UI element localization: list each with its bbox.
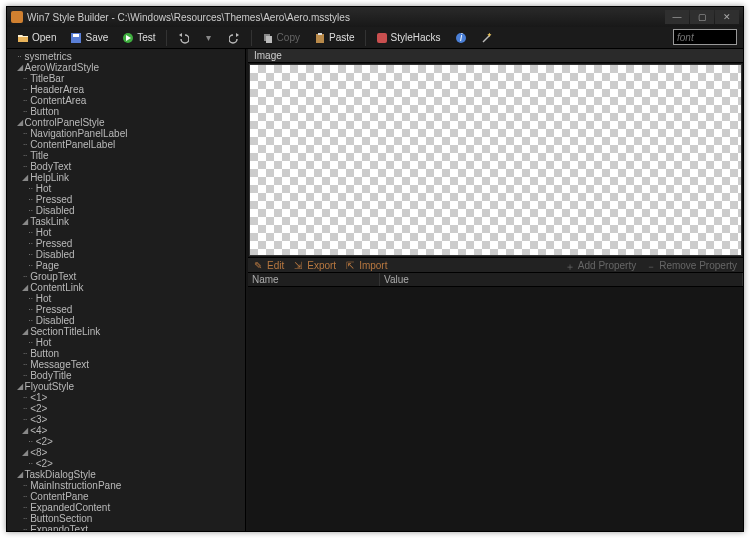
tree-node[interactable]: ··ContentArea	[9, 95, 245, 106]
import-button[interactable]: ⇱ Import	[342, 259, 391, 272]
svg-line-10	[483, 35, 490, 42]
tree-node[interactable]: ··<2>	[9, 458, 245, 469]
undo-dropdown[interactable]: ▾	[197, 30, 221, 46]
minimize-button[interactable]: —	[665, 10, 689, 24]
save-button[interactable]: Save	[64, 30, 114, 46]
tree-node[interactable]: ··GroupText	[9, 271, 245, 282]
svg-rect-1	[73, 34, 79, 37]
tree-node[interactable]: ··Page	[9, 260, 245, 271]
tree-node[interactable]: ◢TaskDialogStyle	[9, 469, 245, 480]
tree-node[interactable]: ··Hot	[9, 227, 245, 238]
search-input[interactable]	[677, 32, 733, 43]
add-property-button[interactable]: ＋ Add Property	[561, 259, 640, 272]
property-toolbar: ✎ Edit ⇲ Export ⇱ Import ＋ Add Property	[248, 257, 743, 273]
tree-node[interactable]: ··Button	[9, 348, 245, 359]
svg-rect-7	[377, 33, 387, 43]
tree-node[interactable]: ··Disabled	[9, 249, 245, 260]
tree-node[interactable]: ◢AeroWizardStyle	[9, 62, 245, 73]
plus-icon: ＋	[565, 260, 575, 270]
tree-node[interactable]: ◢SectionTitleLink	[9, 326, 245, 337]
tree-node[interactable]: ◢TaskLink	[9, 216, 245, 227]
copy-button[interactable]: Copy	[256, 30, 306, 46]
edit-icon: ✎	[254, 260, 264, 270]
app-window: Win7 Style Builder - C:\Windows\Resource…	[6, 6, 744, 532]
paste-button[interactable]: Paste	[308, 30, 361, 46]
redo-button[interactable]	[223, 30, 247, 46]
tree-node[interactable]: ··ContentPanelLabel	[9, 139, 245, 150]
tree-node[interactable]: ··Pressed	[9, 304, 245, 315]
wand-button[interactable]	[475, 30, 499, 46]
title-bar[interactable]: Win7 Style Builder - C:\Windows\Resource…	[7, 7, 743, 27]
svg-rect-5	[316, 34, 324, 43]
remove-property-button[interactable]: － Remove Property	[642, 259, 741, 272]
tree-node[interactable]: ··Pressed	[9, 238, 245, 249]
tree-node[interactable]: ··TitleBar	[9, 73, 245, 84]
paste-icon	[314, 32, 326, 44]
save-icon	[70, 32, 82, 44]
tree-node[interactable]: ··Hot	[9, 183, 245, 194]
tree-node[interactable]: ··<3>	[9, 414, 245, 425]
minus-icon: －	[646, 260, 656, 270]
tree-node[interactable]: ··ExpandoText	[9, 524, 245, 531]
tree-node[interactable]: ··Title	[9, 150, 245, 161]
tree-node[interactable]: ◢ControlPanelStyle	[9, 117, 245, 128]
tree-node[interactable]: ··<2>	[9, 403, 245, 414]
tree-node[interactable]: ··NavigationPanelLabel	[9, 128, 245, 139]
export-icon: ⇲	[294, 260, 304, 270]
style-tree[interactable]: ··sysmetrics ◢AeroWizardStyle ··TitleBar…	[7, 49, 245, 531]
magic-wand-icon	[481, 32, 493, 44]
redo-icon	[229, 32, 241, 44]
test-button[interactable]: Test	[116, 30, 161, 46]
property-grid-body[interactable]	[248, 287, 743, 531]
tree-node[interactable]: ··MessageText	[9, 359, 245, 370]
chevron-down-icon: ▾	[203, 32, 215, 44]
undo-icon	[177, 32, 189, 44]
app-icon	[11, 11, 23, 23]
info-button[interactable]: i	[449, 30, 473, 46]
tree-node[interactable]: ··Disabled	[9, 205, 245, 216]
tree-node[interactable]: ··sysmetrics	[9, 51, 245, 62]
tree-connector: ··	[20, 524, 30, 532]
tree-node[interactable]: ··<1>	[9, 392, 245, 403]
play-icon	[122, 32, 134, 44]
copy-icon	[262, 32, 274, 44]
column-name[interactable]: Name	[248, 273, 380, 286]
folder-open-icon	[17, 32, 29, 44]
undo-button[interactable]	[171, 30, 195, 46]
tree-node[interactable]: ··BodyTitle	[9, 370, 245, 381]
image-preview[interactable]	[249, 64, 742, 256]
info-icon: i	[455, 32, 467, 44]
svg-rect-4	[266, 36, 272, 43]
stylehacks-button[interactable]: StyleHacks	[370, 30, 447, 46]
tree-node[interactable]: ··ExpandedContent	[9, 502, 245, 513]
tree-node[interactable]: ◢HelpLink	[9, 172, 245, 183]
import-icon: ⇱	[346, 260, 356, 270]
window-title: Win7 Style Builder - C:\Windows\Resource…	[27, 12, 665, 23]
tree-node[interactable]: ··BodyText	[9, 161, 245, 172]
tree-node[interactable]: ◢<8>	[9, 447, 245, 458]
image-panel-header: Image	[248, 49, 743, 63]
column-value[interactable]: Value	[380, 273, 743, 286]
tree-node[interactable]: ··ContentPane	[9, 491, 245, 502]
tree-node[interactable]: ··<2>	[9, 436, 245, 447]
property-grid-header: Name Value	[248, 273, 743, 287]
tree-node[interactable]: ··Hot	[9, 293, 245, 304]
tree-node-label: ExpandoText	[30, 524, 88, 532]
tree-node[interactable]: ··HeaderArea	[9, 84, 245, 95]
tree-node[interactable]: ··Button	[9, 106, 245, 117]
tree-node[interactable]: ◢FlyoutStyle	[9, 381, 245, 392]
tree-node[interactable]: ··ButtonSection	[9, 513, 245, 524]
tree-node[interactable]: ··MainInstructionPane	[9, 480, 245, 491]
close-button[interactable]: ✕	[715, 10, 739, 24]
edit-button[interactable]: ✎ Edit	[250, 259, 288, 272]
tree-node[interactable]: ◢<4>	[9, 425, 245, 436]
open-button[interactable]: Open	[11, 30, 62, 46]
tree-node[interactable]: ··Pressed	[9, 194, 245, 205]
maximize-button[interactable]: ▢	[690, 10, 714, 24]
search-box[interactable]	[673, 29, 737, 45]
export-button[interactable]: ⇲ Export	[290, 259, 340, 272]
tree-node[interactable]: ◢ContentLink	[9, 282, 245, 293]
tree-node[interactable]: ··Disabled	[9, 315, 245, 326]
tree-node[interactable]: ··Hot	[9, 337, 245, 348]
svg-rect-6	[318, 33, 322, 35]
